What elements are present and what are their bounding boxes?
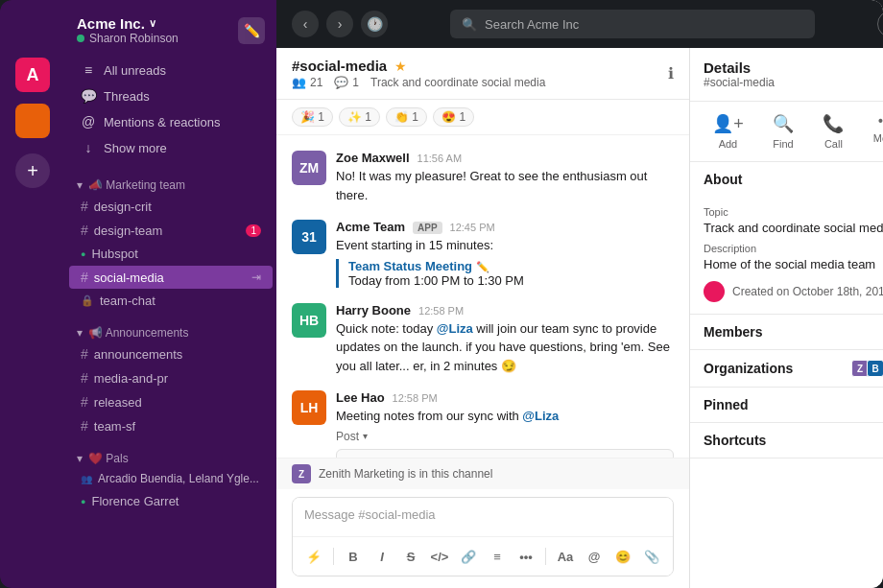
members-icon: 👥 bbox=[292, 76, 306, 89]
avatar: ZM bbox=[292, 151, 326, 185]
hash-icon: # bbox=[81, 418, 88, 434]
text-size-button[interactable]: Aa bbox=[552, 543, 579, 570]
list-button[interactable]: ≡ bbox=[484, 543, 511, 570]
table-row: 31 Acme Team APP 12:45 PM Event starting… bbox=[292, 216, 674, 292]
more-action-button[interactable]: ••• More bbox=[873, 113, 883, 150]
sidebar-item-team-chat[interactable]: 🔒 team-chat bbox=[69, 290, 273, 312]
chat-panel: #social-media ★ 👥 21 💬 1 bbox=[276, 48, 689, 588]
find-action-button[interactable]: 🔍 Find bbox=[773, 113, 794, 150]
description-label: Description bbox=[704, 243, 883, 254]
sidebar-item-design-team[interactable]: # design-team 1 bbox=[69, 219, 273, 242]
search-bar[interactable]: 🔍 Search Acme Inc bbox=[450, 10, 815, 38]
sidebar-item-hubspot[interactable]: ● Hubspot bbox=[69, 243, 273, 265]
hash-icon: # bbox=[81, 394, 88, 410]
online-dot-icon: ● bbox=[81, 497, 85, 506]
member-count: 👥 21 bbox=[292, 76, 322, 89]
organizations-row[interactable]: Organizations Z B 2 › bbox=[690, 350, 883, 388]
pinned-row[interactable]: Pinned 1 › bbox=[690, 388, 883, 423]
help-button[interactable]: ? bbox=[877, 11, 883, 37]
more-icon: ••• bbox=[878, 113, 883, 129]
mentions-icon: @ bbox=[81, 114, 96, 129]
post-card[interactable]: 📄 1/9 Meeting Notes Last edited just now bbox=[336, 449, 674, 459]
shortcuts-row[interactable]: Shortcuts 1 › bbox=[690, 423, 883, 459]
status-dot-icon bbox=[77, 35, 84, 42]
hash-icon: # bbox=[81, 199, 88, 214]
add-workspace-button[interactable]: + bbox=[15, 153, 50, 188]
message-text: Event starting in 15 minutes: bbox=[336, 236, 674, 255]
back-button[interactable]: ‹ bbox=[292, 11, 319, 37]
more-formatting-button[interactable]: ••• bbox=[513, 543, 539, 570]
emoji-button[interactable]: 😊 bbox=[609, 543, 636, 570]
lightning-button[interactable]: ⚡ bbox=[300, 543, 327, 570]
sidebar-item-threads[interactable]: 💬 Threads bbox=[69, 83, 273, 108]
message-header: Harry Boone 12:58 PM bbox=[336, 303, 674, 318]
sidebar-item-arcadio[interactable]: 👥 Arcadio Buendia, Leland Ygle... bbox=[69, 468, 273, 489]
message-input[interactable]: Message #social-media bbox=[293, 498, 673, 536]
mention-button[interactable]: @ bbox=[581, 543, 608, 570]
channel-area: #social-media ★ 👥 21 💬 1 bbox=[276, 48, 883, 588]
sidebar-item-released[interactable]: # released bbox=[69, 390, 273, 413]
sidebar-item-media-and-pr[interactable]: # media-and-pr bbox=[69, 366, 273, 389]
section-announcements-header[interactable]: ▾ 📢 Announcements bbox=[65, 320, 276, 341]
about-section-header[interactable]: About ∨ bbox=[690, 162, 883, 197]
strikethrough-button[interactable]: S bbox=[397, 543, 424, 570]
section-collapse-icon: ▾ bbox=[77, 178, 83, 192]
details-body: About ∨ Topic Track and coordinate socia… bbox=[690, 162, 883, 588]
code-button[interactable]: </> bbox=[426, 543, 453, 570]
message-input-area: Message #social-media ⚡ B I S </> 🔗 ≡ ••… bbox=[276, 489, 689, 588]
info-button[interactable]: ℹ bbox=[668, 64, 674, 82]
online-dot-icon: ● bbox=[81, 249, 85, 259]
reaction-confetti[interactable]: 🎉 1 bbox=[292, 107, 333, 127]
italic-button[interactable]: I bbox=[369, 543, 395, 570]
link-button[interactable]: 🔗 bbox=[455, 543, 482, 570]
sidebar-item-florence[interactable]: ● Florence Garret bbox=[69, 490, 273, 512]
section-pals-header[interactable]: ▾ ❤️ Pals bbox=[65, 446, 276, 467]
call-action-button[interactable]: 📞 Call bbox=[823, 113, 844, 150]
message-text: Quick note: today @Liza will join our te… bbox=[336, 319, 674, 376]
workspace-icon[interactable]: A bbox=[15, 58, 50, 92]
sidebar-nav: ≡ All unreads 💬 Threads @ Mentions & rea… bbox=[65, 49, 276, 169]
created-text: Created on October 18th, 2019 bbox=[732, 285, 883, 298]
bold-button[interactable]: B bbox=[340, 543, 367, 570]
members-row[interactable]: Members 21 › bbox=[690, 315, 883, 350]
secondary-workspace-icon[interactable] bbox=[15, 104, 50, 138]
search-icon: 🔍 bbox=[462, 17, 477, 32]
sidebar-item-design-crit[interactable]: # design-crit bbox=[69, 195, 273, 218]
zenith-avatar: Z bbox=[292, 464, 311, 483]
sidebar-item-social-media[interactable]: # social-media ⇥ bbox=[69, 266, 273, 289]
section-marketing: ▾ 📣 Marketing team # design-crit # desig… bbox=[65, 169, 276, 317]
add-action-button[interactable]: 👤+ Add bbox=[712, 113, 744, 150]
sidebar-item-mentions[interactable]: @ Mentions & reactions bbox=[69, 109, 273, 134]
hash-icon: # bbox=[81, 223, 88, 238]
app-container: A + Acme Inc. ∨ Sharon Robinson ✏️ ≡ All… bbox=[0, 0, 883, 588]
org-avatar-b: B bbox=[867, 360, 883, 377]
reaction-heart-eyes[interactable]: 😍 1 bbox=[433, 107, 474, 127]
section-collapse-icon: ▾ bbox=[77, 326, 83, 340]
sidebar-item-all-unreads[interactable]: ≡ All unreads bbox=[69, 58, 273, 82]
about-section-title: About bbox=[704, 172, 742, 187]
forward-button[interactable]: › bbox=[326, 11, 353, 37]
main-content: ‹ › 🕐 🔍 Search Acme Inc ? #social-media bbox=[276, 0, 883, 588]
edit-icon: ✏️ bbox=[476, 261, 489, 272]
section-marketing-header[interactable]: ▾ 📣 Marketing team bbox=[65, 173, 276, 194]
compose-button[interactable]: ✏️ bbox=[238, 17, 265, 44]
sidebar-item-announcements[interactable]: # announcements bbox=[69, 342, 273, 365]
hash-icon: # bbox=[81, 270, 88, 285]
reaction-clap[interactable]: 👏 1 bbox=[386, 107, 427, 127]
meeting-card-title[interactable]: Team Status Meeting ✏️ bbox=[348, 259, 674, 273]
topbar: ‹ › 🕐 🔍 Search Acme Inc ? bbox=[276, 0, 883, 48]
zenith-bar: Z Zenith Marketing is in this channel bbox=[276, 458, 689, 489]
message-body: Zoe Maxwell 11:56 AM No! It was my pleas… bbox=[336, 151, 674, 204]
post-label[interactable]: Post ▾ bbox=[336, 430, 674, 443]
attach-button[interactable]: 📎 bbox=[638, 543, 665, 570]
message-time: 12:58 PM bbox=[393, 392, 438, 404]
section-pals: ▾ ❤️ Pals 👥 Arcadio Buendia, Leland Ygle… bbox=[65, 442, 276, 517]
organizations-label: Organizations bbox=[704, 361, 793, 376]
workspace-name[interactable]: Acme Inc. ∨ bbox=[77, 15, 238, 32]
hash-icon: # bbox=[81, 346, 88, 362]
sidebar-item-team-sf[interactable]: # team-sf bbox=[69, 414, 273, 437]
reaction-sparkle[interactable]: ✨ 1 bbox=[339, 107, 380, 127]
star-icon[interactable]: ★ bbox=[394, 59, 407, 74]
sidebar-item-show-more[interactable]: ↓ Show more bbox=[69, 135, 273, 160]
history-button[interactable]: 🕐 bbox=[361, 11, 388, 37]
